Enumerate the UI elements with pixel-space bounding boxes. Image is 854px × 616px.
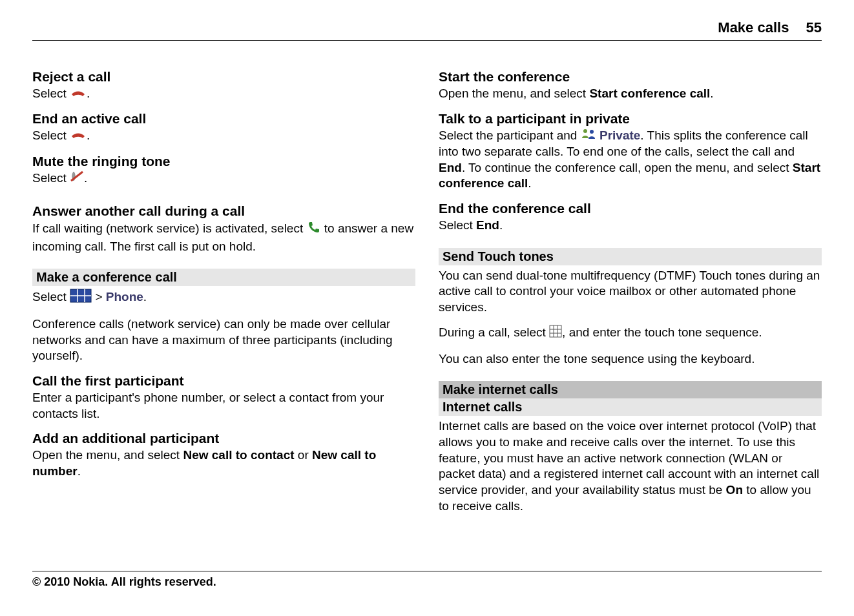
svg-rect-7 — [550, 325, 561, 337]
text: , and enter the touch tone sequence. — [562, 325, 762, 339]
text: Select — [32, 291, 70, 304]
left-column: Reject a call Select . End an active cal… — [32, 60, 415, 517]
text: . — [87, 87, 90, 100]
content-columns: Reject a call Select . End an active cal… — [32, 60, 822, 517]
para-add-participant: Open the menu, and select New call to co… — [32, 447, 415, 479]
text: . — [499, 218, 503, 232]
heading-talk-private: Talk to a participant in private — [439, 111, 822, 127]
text: Open the menu, and select — [439, 87, 589, 100]
para-conf-desc: Conference calls (network service) can o… — [32, 316, 415, 364]
right-column: Start the conference Open the menu, and … — [439, 60, 822, 517]
label-end: End — [439, 161, 462, 174]
hangup-icon — [70, 87, 87, 103]
label-phone: Phone — [106, 291, 143, 304]
para-touchtones-2: During a call, select , and enter the to… — [439, 325, 822, 342]
heading-reject-call: Reject a call — [32, 69, 415, 85]
hangup-icon — [70, 128, 87, 145]
para-touchtones-1: You can send dual-tone multifrequency (D… — [439, 268, 822, 316]
para-call-first: Enter a participant's phone number, or s… — [32, 390, 415, 422]
heading-add-participant: Add an additional participant — [32, 431, 415, 446]
para-talk-private: Select the participant and Private. This… — [439, 128, 822, 192]
heading-end-conf: End the conference call — [439, 201, 822, 216]
header-page-number: 55 — [806, 19, 822, 36]
text: . — [143, 291, 147, 304]
para-mute: Select . — [32, 170, 415, 187]
para-end-active: Select . — [32, 128, 415, 144]
text: Select — [32, 171, 70, 185]
para-answer-another: If call waiting (network service) is act… — [32, 220, 415, 254]
heading-end-active-call: End an active call — [32, 111, 415, 127]
section-send-touch-tones: Send Touch tones — [439, 248, 822, 265]
text: or — [298, 448, 312, 462]
text: . — [84, 171, 87, 185]
text: . — [710, 87, 713, 100]
para-start-conf: Open the menu, and select Start conferen… — [439, 86, 822, 102]
text: Select the participant and — [439, 128, 581, 142]
para-conf-open: Select > Phone. — [32, 289, 415, 307]
para-reject: Select . — [32, 86, 415, 102]
text: If call waiting (network service) is act… — [32, 221, 307, 235]
header-section: Make calls — [718, 19, 789, 36]
text: . — [87, 128, 90, 142]
label-start-conference: Start conference call — [589, 87, 710, 100]
label-on: On — [726, 483, 743, 497]
section-make-conference: Make a conference call — [32, 269, 415, 286]
section-make-internet-calls: Make internet calls — [439, 381, 822, 398]
text: Select — [32, 128, 70, 142]
document-page: Make calls 55 Reject a call Select . End… — [0, 0, 854, 616]
svg-point-5 — [583, 129, 587, 133]
apps-grid-icon — [70, 289, 92, 307]
mute-icon — [70, 170, 84, 187]
label-private: Private — [599, 128, 640, 142]
svg-point-6 — [590, 130, 594, 134]
section-internet-calls: Internet calls — [439, 398, 822, 416]
para-internet-calls: Internet calls are based on the voice ov… — [439, 418, 822, 514]
label-new-call-contact: New call to contact — [183, 448, 294, 462]
text: . — [78, 464, 81, 478]
text: Select — [439, 218, 476, 232]
heading-start-conf: Start the conference — [439, 69, 822, 85]
text: . To continue the conference call, open … — [462, 161, 793, 174]
heading-call-first: Call the first participant — [32, 373, 415, 389]
para-end-conf: Select End. — [439, 218, 822, 234]
answer-call-icon — [307, 220, 321, 239]
text: Open the menu, and select — [32, 448, 183, 462]
page-footer: © 2010 Nokia. All rights reserved. — [32, 571, 822, 589]
para-touchtones-3: You can also enter the tone sequence usi… — [439, 351, 822, 367]
participants-icon — [581, 128, 596, 144]
text: Select — [32, 87, 70, 100]
page-header: Make calls 55 — [32, 19, 822, 41]
text: During a call, select — [439, 325, 549, 339]
heading-answer-another: Answer another call during a call — [32, 203, 415, 219]
text: > — [95, 291, 105, 304]
dialpad-icon — [549, 325, 562, 342]
heading-mute-ringing: Mute the ringing tone — [32, 154, 415, 169]
label-end: End — [476, 218, 499, 232]
text: . — [528, 176, 531, 190]
